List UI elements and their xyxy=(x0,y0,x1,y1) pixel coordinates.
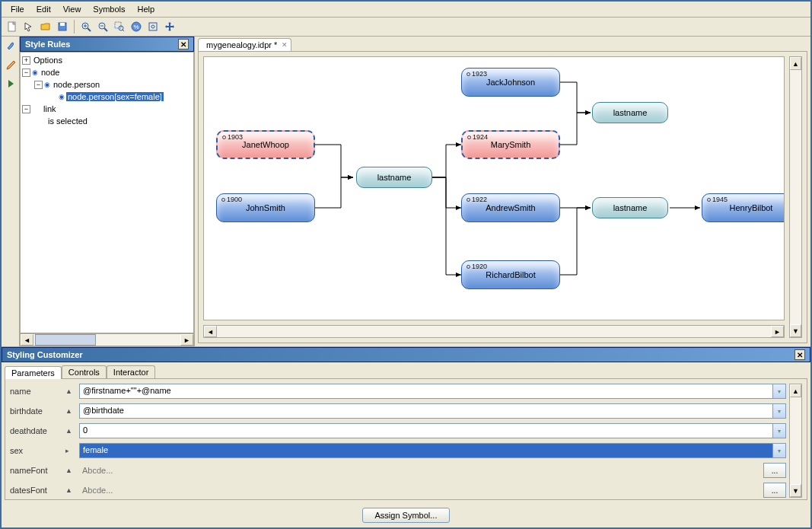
zoom-out-icon[interactable] xyxy=(95,19,110,34)
sort-icon[interactable]: ▸ xyxy=(65,447,73,454)
canvas-hscrollbar[interactable]: ◄ ► xyxy=(203,325,785,338)
scroll-down-icon[interactable]: ▼ xyxy=(790,324,801,337)
tree-item-node-person-female[interactable]: ◉ node.person[sex=female] xyxy=(22,91,193,103)
scroll-left-icon[interactable]: ◄ xyxy=(21,334,33,346)
dropdown-icon[interactable]: ▾ xyxy=(772,384,785,398)
person-node-mary[interactable]: 1924 MarySmith xyxy=(461,130,560,159)
person-node-andrew[interactable]: 1922 AndrewSmith xyxy=(461,193,560,222)
person-node-richard[interactable]: 1920 RichardBilbot xyxy=(461,260,560,289)
tab-controls[interactable]: Controls xyxy=(62,365,107,378)
zoom-in-icon[interactable] xyxy=(78,19,94,34)
save-icon[interactable] xyxy=(55,19,70,34)
styling-customizer-panel: Styling Customizer ✕ Parameters Controls… xyxy=(2,346,810,527)
toolbar: % xyxy=(2,18,810,37)
node-label: JohnSmith xyxy=(246,203,285,212)
dropdown-icon[interactable]: ▾ xyxy=(772,404,785,418)
person-node-janet[interactable]: 1903 JanetWhoop xyxy=(216,130,315,159)
assign-symbol-button[interactable]: Assign Symbol... xyxy=(362,508,451,523)
scroll-up-icon[interactable]: ▲ xyxy=(790,57,801,70)
svg-line-4 xyxy=(88,28,91,31)
style-rules-panel: Style Rules ✕ + Options − ◉ node − ◉ nod… xyxy=(20,37,195,346)
tab-parameters[interactable]: Parameters xyxy=(5,366,62,379)
style-rules-tree[interactable]: + Options − ◉ node − ◉ node.person ◉ nod… xyxy=(20,52,194,333)
person-node-henry[interactable]: 1945 HenryBilbot xyxy=(702,193,785,222)
person-node-jack[interactable]: 1923 JackJohnson xyxy=(461,68,560,97)
param-row-namefont: nameFont ▲ Abcde... ... xyxy=(10,463,786,478)
sex-input[interactable]: female ▾ xyxy=(79,443,786,458)
editor-tabs: mygenealogy.idpr * ✕ xyxy=(195,37,810,51)
sort-icon[interactable]: ▲ xyxy=(65,387,73,395)
editor-tab[interactable]: mygenealogy.idpr * ✕ xyxy=(198,38,291,51)
pencil-icon[interactable] xyxy=(4,58,18,72)
param-row-sex: sex ▸ female ▾ xyxy=(10,443,786,458)
collapse-icon[interactable]: − xyxy=(22,105,30,113)
name-input[interactable]: @firstname+""+@name ▾ xyxy=(79,384,786,399)
browse-button[interactable]: ... xyxy=(763,483,786,498)
person-node-john[interactable]: 1900 JohnSmith xyxy=(216,193,315,222)
birthdate-input[interactable]: @birthdate ▾ xyxy=(79,403,786,419)
tree-item-is-selected[interactable]: is selected xyxy=(22,115,193,127)
param-row-name: name ▲ @firstname+""+@name ▾ xyxy=(10,384,786,399)
collapse-icon[interactable]: − xyxy=(22,69,30,77)
scroll-left-icon[interactable]: ◄ xyxy=(204,326,217,337)
close-icon[interactable]: ✕ xyxy=(794,349,805,360)
node-label: lastname xyxy=(377,173,412,182)
expand-icon[interactable]: + xyxy=(22,56,30,65)
browse-button[interactable]: ... xyxy=(763,463,786,478)
menu-view[interactable]: View xyxy=(57,3,88,15)
sort-icon[interactable]: ▲ xyxy=(65,467,73,474)
node-label: AndrewSmith xyxy=(486,203,535,212)
zoom-percent-icon[interactable]: % xyxy=(129,19,144,34)
dropdown-icon[interactable]: ▾ xyxy=(772,424,785,438)
params-vscrollbar[interactable]: ▲ ▼ xyxy=(789,384,802,498)
sort-icon[interactable]: ▲ xyxy=(65,427,73,435)
sort-icon[interactable]: ▲ xyxy=(65,486,73,494)
sort-icon[interactable]: ▲ xyxy=(65,407,73,415)
menu-edit[interactable]: Edit xyxy=(30,3,57,15)
tab-interactor[interactable]: Interactor xyxy=(107,365,155,378)
tab-close-icon[interactable]: ✕ xyxy=(282,41,288,49)
param-row-datesfont: datesFont ▲ Abcde... ... xyxy=(10,483,786,498)
scroll-up-icon[interactable]: ▲ xyxy=(790,384,801,397)
svg-rect-2 xyxy=(60,23,65,26)
zoom-sel-icon[interactable] xyxy=(145,19,161,34)
bullet-icon: ◉ xyxy=(44,81,50,88)
bullet-icon: ◉ xyxy=(32,69,38,76)
open-icon[interactable] xyxy=(38,19,53,34)
svg-line-8 xyxy=(104,28,107,31)
svg-rect-10 xyxy=(115,22,121,28)
param-row-deathdate: deathdate ▲ 0 ▾ xyxy=(10,423,786,438)
menu-help[interactable]: Help xyxy=(132,3,161,15)
family-node-1[interactable]: lastname xyxy=(592,102,668,123)
panel-title-label: Styling Customizer xyxy=(7,350,83,359)
tree-item-link[interactable]: − link xyxy=(22,103,193,115)
node-label: HenryBilbot xyxy=(730,203,773,212)
namefont-value: Abcde... xyxy=(79,464,757,476)
menu-symbols[interactable]: Symbols xyxy=(87,3,131,15)
play-icon[interactable] xyxy=(4,76,18,90)
scroll-right-icon[interactable]: ► xyxy=(771,326,784,337)
close-icon[interactable]: ✕ xyxy=(178,39,189,49)
collapse-icon[interactable]: − xyxy=(34,81,43,89)
canvas-vscrollbar[interactable]: ▲ ▼ xyxy=(789,56,802,338)
scroll-down-icon[interactable]: ▼ xyxy=(790,484,801,497)
param-row-birthdate: birthdate ▲ @birthdate ▾ xyxy=(10,403,786,419)
tree-item-options[interactable]: + Options xyxy=(22,54,193,66)
new-icon[interactable] xyxy=(5,19,20,34)
tree-item-node[interactable]: − ◉ node xyxy=(22,66,193,78)
family-node-2[interactable]: lastname xyxy=(356,167,432,188)
svg-rect-15 xyxy=(149,23,157,30)
brush-icon[interactable] xyxy=(4,40,18,53)
select-icon[interactable] xyxy=(21,19,37,34)
scroll-right-icon[interactable]: ► xyxy=(180,334,193,346)
diagram-canvas[interactable]: 1923 JackJohnson 1903 JanetWhoop 1924 Ma… xyxy=(203,56,785,320)
pan-icon[interactable] xyxy=(162,19,177,34)
zoom-area-icon[interactable] xyxy=(112,19,127,34)
panel-title-customizer: Styling Customizer ✕ xyxy=(2,347,810,362)
deathdate-input[interactable]: 0 ▾ xyxy=(79,423,786,438)
tree-hscrollbar[interactable]: ◄ ► xyxy=(20,333,194,346)
tree-item-node-person[interactable]: − ◉ node.person xyxy=(22,78,193,91)
menu-file[interactable]: File xyxy=(5,3,30,15)
dropdown-icon[interactable]: ▾ xyxy=(772,444,785,457)
family-node-3[interactable]: lastname xyxy=(592,197,668,218)
